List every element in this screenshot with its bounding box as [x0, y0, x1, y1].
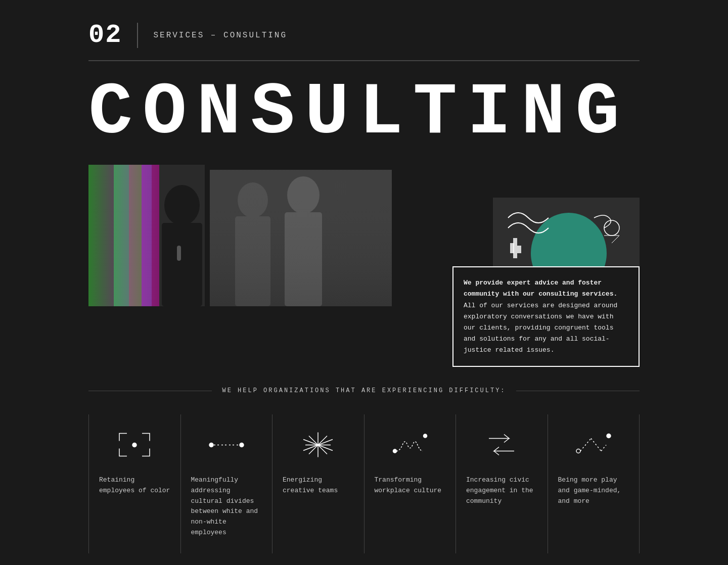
zigzag-icon [573, 427, 614, 462]
svg-rect-1 [114, 165, 129, 306]
svg-rect-7 [177, 246, 181, 261]
card-transforming: Transforming workplace culture [364, 414, 456, 553]
svg-point-24 [132, 443, 136, 447]
svg-rect-3 [142, 165, 152, 306]
svg-point-5 [164, 185, 200, 225]
card-icon-zigzag [558, 425, 629, 465]
card-text-retaining: Retaining employees of color [99, 475, 170, 496]
card-text-energizing: Energizing creative teams [283, 475, 354, 496]
card-icon-arrows [466, 425, 537, 465]
photo-speaker [88, 165, 205, 306]
card-text-cultural: Meaningfully addressing cultural divides… [191, 475, 262, 538]
breadcrumb: SERVICES – CONSULTING [153, 31, 287, 40]
divider-line-left [88, 391, 212, 391]
card-cultural: Meaningfully addressing cultural divides… [180, 414, 272, 553]
card-retaining: Retaining employees of color [88, 414, 180, 553]
card-text-civic: Increasing civic engagement in the commu… [466, 475, 537, 506]
description-text: We provide expert advice and foster comm… [464, 277, 628, 356]
cards-section: Retaining employees of color Meaningfull… [88, 414, 640, 553]
section-number: 02 [88, 20, 122, 50]
card-text-transforming: Transforming workplace culture [375, 475, 446, 496]
vertical-divider [137, 23, 138, 48]
svg-point-39 [576, 449, 580, 453]
card-energizing: Energizing creative teams [272, 414, 364, 553]
arrows-icon [481, 427, 522, 462]
photos-wrapper: BLACK STORYTELLING We provide expert adv… [88, 165, 640, 306]
photo-group [210, 170, 392, 306]
description-box: We provide expert advice and foster comm… [452, 266, 640, 367]
svg-line-40 [580, 439, 591, 451]
svg-line-41 [591, 439, 601, 451]
svg-point-43 [607, 434, 611, 438]
page-title: CONSULTING [88, 61, 640, 160]
header-section: 02 SERVICES – CONSULTING [88, 0, 640, 61]
description-bold: We provide expert advice and foster comm… [464, 279, 617, 298]
wave-line-icon [390, 427, 430, 462]
card-icon-frame [99, 425, 170, 465]
svg-point-30 [240, 443, 244, 447]
svg-point-38 [423, 434, 427, 438]
card-icon-wave [375, 425, 446, 465]
divider-label: WE HELP ORGANIZATIONS THAT ARE EXPERIENC… [212, 387, 516, 394]
description-body: All of our services are designed around … [464, 302, 617, 354]
svg-rect-2 [129, 165, 142, 306]
card-play: Being more play and game-minded, and mor… [548, 414, 640, 553]
frame-dot-icon [114, 427, 155, 462]
card-icon-dash [191, 425, 262, 465]
svg-rect-20 [517, 246, 521, 253]
svg-point-25 [209, 443, 213, 447]
card-civic: Increasing civic engagement in the commu… [456, 414, 548, 553]
divider-line-right [516, 391, 640, 391]
svg-rect-6 [162, 223, 202, 306]
starburst-icon [298, 427, 338, 462]
svg-point-37 [393, 449, 396, 453]
svg-rect-15 [210, 170, 392, 306]
svg-rect-4 [152, 165, 159, 306]
svg-rect-19 [510, 243, 514, 253]
dash-line-icon [206, 427, 247, 462]
card-icon-starburst [283, 425, 354, 465]
svg-line-42 [601, 445, 606, 451]
divider-section: WE HELP ORGANIZATIONS THAT ARE EXPERIENC… [88, 387, 640, 394]
card-text-play: Being more play and game-minded, and mor… [558, 475, 629, 506]
svg-rect-0 [88, 165, 205, 306]
